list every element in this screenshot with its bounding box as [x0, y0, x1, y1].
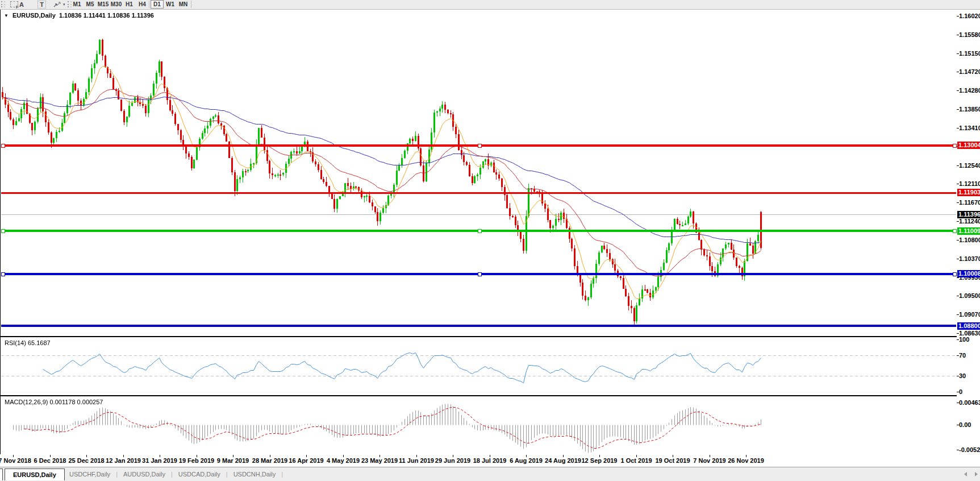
rsi-tick-label: 30: [959, 372, 966, 380]
date-label: 23 May 2019: [361, 457, 398, 464]
date-label: 12 Jan 2019: [106, 457, 141, 464]
date-label: 18 Jul 2019: [473, 457, 507, 464]
dropdown-caret-icon[interactable]: ▾: [63, 2, 65, 7]
arrows-tool-icon[interactable]: [53, 1, 61, 8]
toolbar-separator: [191, 1, 191, 8]
date-label: 9 Mar 2019: [217, 457, 249, 464]
price-tick-label: 1.12110: [959, 180, 980, 188]
hline-handle[interactable]: [478, 229, 482, 233]
rsi-tick-label: 100: [959, 336, 969, 343]
toolbar-grip-icon[interactable]: [1, 1, 5, 7]
date-label: 31 Jan 2019: [142, 457, 177, 464]
chart-header: ▼ EURUSD,Daily 1.10836 1.11441 1.10836 1…: [4, 12, 154, 19]
date-label: 19 Feb 2019: [179, 457, 214, 464]
tab-scroll-left-icon[interactable]: [964, 472, 967, 476]
bid-price-label: 1.11396: [957, 211, 980, 218]
toolbar-separator: [149, 1, 149, 8]
text-label-tool-icon[interactable]: A: [17, 1, 26, 9]
tab-usdcad[interactable]: USDCAD,Daily: [178, 471, 220, 478]
tab-separator: |: [171, 471, 173, 478]
hline-price-label: 1.13004: [957, 142, 980, 149]
hline-handle[interactable]: [478, 272, 482, 276]
text-tool-icon[interactable]: T: [37, 1, 46, 9]
rsi-tick-label: 70: [959, 352, 966, 359]
date-label: 28 Mar 2019: [252, 457, 287, 464]
date-label: 12 Sep 2019: [582, 457, 618, 464]
price-tick-label: 1.16020: [959, 13, 980, 20]
hline-price-label: 1.08800: [957, 322, 980, 330]
tab-stub: [0, 468, 3, 480]
date-label: 6 Dec 2018: [34, 457, 66, 464]
price-tick-label: 1.14720: [959, 68, 980, 76]
date-label: 7 Nov 2019: [693, 457, 725, 464]
price-tick-label: 1.09070: [959, 311, 980, 318]
price-tick-label: 1.09500: [959, 292, 980, 300]
hline-handle[interactable]: [953, 144, 957, 148]
tab-separator: |: [226, 471, 228, 478]
hline-handle[interactable]: [1, 229, 5, 233]
tab-audusd[interactable]: AUDUSD,Daily: [123, 471, 165, 478]
price-tick-label: 1.12540: [959, 162, 980, 169]
date-label: 1 Oct 2019: [620, 457, 652, 464]
price-tick-label: 1.13850: [959, 106, 980, 113]
hline-handle[interactable]: [953, 272, 957, 276]
timeframe-button-d1[interactable]: D1: [151, 0, 164, 9]
timeframe-button-m30[interactable]: M30: [110, 0, 123, 9]
price-tick-label: 1.11670: [959, 199, 980, 206]
hline-handle[interactable]: [478, 144, 482, 148]
rsi-label: RSI(14) 65.1687: [5, 339, 51, 346]
date-label: 4 May 2019: [327, 457, 360, 464]
symbol-label: EURUSD,Daily: [12, 12, 56, 19]
hline-handle[interactable]: [1, 144, 5, 148]
hline-handle[interactable]: [1, 272, 5, 276]
tab-usdchf[interactable]: USDCHF,Daily: [69, 471, 110, 478]
macd-label: MACD(12,26,9) 0.001178 0.000257: [5, 399, 103, 405]
ohlc-values: 1.10836 1.11441 1.10836 1.11396: [59, 12, 154, 19]
macd-tick-label: -0.00529: [959, 446, 980, 454]
chart-canvas[interactable]: [0, 0, 980, 481]
timeframe-button-w1[interactable]: W1: [164, 0, 177, 9]
price-tick-label: 1.10800: [959, 237, 980, 244]
price-tick-label: 1.15150: [959, 50, 980, 57]
hline-price-label: 1.11009: [957, 227, 980, 235]
hline-price-label: 1.11903: [957, 189, 980, 196]
timeframe-button-mn[interactable]: MN: [177, 0, 190, 9]
date-label: 16 Apr 2019: [289, 457, 323, 464]
date-label: 29 Jun 2019: [435, 457, 470, 464]
date-label: 6 Aug 2019: [510, 457, 543, 464]
tab-separator: |: [281, 471, 283, 478]
date-label: 11 Jun 2019: [399, 457, 434, 464]
price-tick-label: 1.13410: [959, 125, 980, 132]
tab-eurusd[interactable]: EURUSD,Daily: [5, 468, 65, 480]
hline-price-label: 1.10008: [957, 270, 980, 277]
timeframe-button-m15[interactable]: M15: [97, 0, 110, 9]
date-label: 25 Dec 2018: [69, 457, 105, 464]
toolbar: F A T ▾ M1M5M15M30H1H4D1W1MN: [0, 0, 980, 10]
date-label: 17 Nov 2018: [0, 457, 31, 464]
macd-tick-label: 0.00463: [959, 399, 980, 407]
timeframe-button-m1[interactable]: M1: [70, 0, 84, 9]
price-tick-label: 1.15580: [959, 31, 980, 39]
chart-tabbar: EURUSD,Daily USDCHF,Daily|AUDUSD,Daily|U…: [0, 467, 980, 481]
date-label: 26 Nov 2019: [728, 457, 764, 464]
date-label: 24 Aug 2019: [545, 457, 581, 464]
timeframe-button-h4[interactable]: H4: [136, 0, 149, 9]
price-tick-label: 1.14280: [959, 87, 980, 94]
tab-scroll-right-icon[interactable]: [975, 472, 978, 476]
date-label: 19 Oct 2019: [655, 457, 690, 464]
time-axis[interactable]: 17 Nov 20186 Dec 201825 Dec 201812 Jan 2…: [0, 454, 980, 467]
chart-menu-arrow-icon[interactable]: ▼: [4, 13, 9, 18]
price-tick-label: 1.11240: [959, 218, 980, 225]
timeframe-button-m5[interactable]: M5: [84, 0, 97, 9]
macd-tick-label: 0.00: [959, 421, 971, 429]
tab-separator: |: [116, 471, 118, 478]
tab-usdcnh[interactable]: USDCNH,Daily: [233, 471, 276, 478]
timeframe-button-h1[interactable]: H1: [123, 0, 136, 9]
rsi-tick-label: 0: [959, 388, 962, 396]
price-tick-label: 1.10370: [959, 255, 980, 263]
mt4-window: F A T ▾ M1M5M15M30H1H4D1W1MN ▼ EURUSD,Da…: [0, 0, 980, 481]
hline-handle[interactable]: [953, 229, 957, 233]
